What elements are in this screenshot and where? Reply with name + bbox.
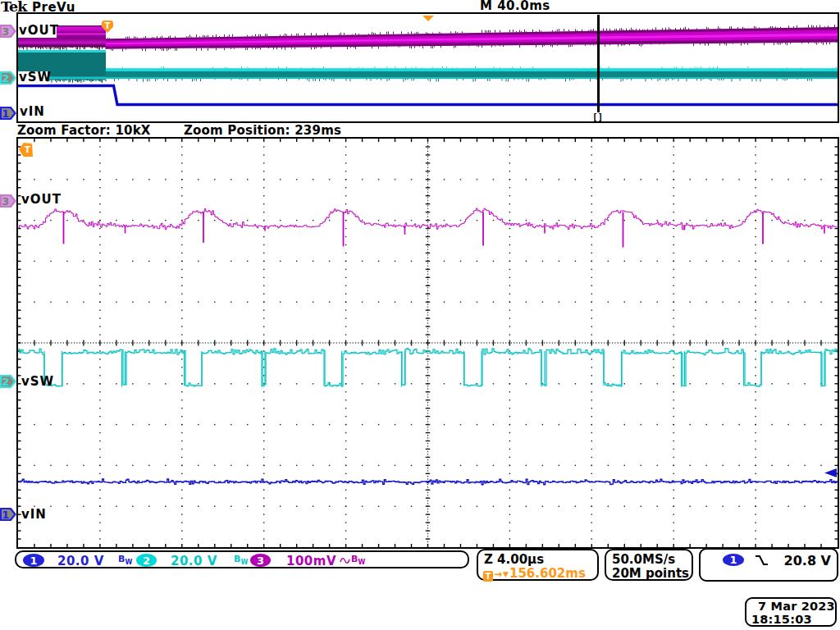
zoom-waveforms: [18, 139, 838, 547]
channel2-bandwidth-icon: BW: [234, 555, 248, 567]
channel3-bandwidth-icon: BW: [351, 555, 365, 567]
trigger-delay-readout: T→▼156.602ms: [483, 566, 586, 582]
channel2-number: 2: [0, 71, 11, 84]
channel2-badge[interactable]: 2: [136, 554, 157, 567]
acquisition-readout-box[interactable]: 50.0MS/s 20M points: [605, 549, 693, 581]
channel1-badge[interactable]: 1: [23, 554, 44, 567]
channel3-number: 3: [0, 25, 11, 38]
datetime-box: 7 Mar 2023 18:15:03: [745, 597, 837, 627]
channel1-number: 1: [30, 555, 37, 566]
main-timebase-readout: M 40.0ms: [480, 0, 550, 13]
channel1-number: 1: [0, 107, 11, 120]
oscilloscope-screen: Tek PreVu M 40.0ms vOUT vSW vIN T [] 3 2…: [0, 0, 840, 630]
triangle-down-icon: ▼: [503, 570, 509, 578]
overview-channel1-marker[interactable]: 1: [0, 107, 16, 120]
overview-label-vin: vIN: [19, 106, 47, 119]
channel3-scale-readout: 100mV: [286, 554, 336, 568]
trigger-delay-t-icon: T: [483, 571, 493, 582]
zoom-factor-readout: Zoom Factor: 10kX: [17, 123, 151, 138]
trigger-source-number: 1: [729, 555, 737, 565]
time-readout: 18:15:03: [751, 613, 812, 626]
overview-label-vout: vOUT: [18, 25, 57, 38]
sample-rate-readout: 50.0MS/s: [612, 552, 675, 567]
channel-readout-box[interactable]: 1 20.0 V BW 2 20.0 V BW 3 100mV BW: [15, 550, 469, 568]
trigger-slope-falling-icon: [755, 555, 769, 566]
zoom-label-vin: vIN: [21, 509, 48, 522]
overview-zoom-brackets[interactable]: []: [592, 112, 603, 122]
zoom-timebase-box[interactable]: Z 4.00µs T→▼156.602ms: [477, 549, 599, 581]
channel3-coupling-icon: [340, 556, 350, 565]
record-length-readout: 20M points: [612, 566, 689, 581]
zoom-label-vout: vOUT: [21, 194, 63, 207]
overview-channel3-marker[interactable]: 3: [0, 25, 16, 38]
zoom-label-vsw: vSW: [21, 376, 56, 389]
overview-channel2-marker[interactable]: 2: [0, 71, 16, 84]
trigger-level-readout: 20.8 V: [784, 553, 831, 568]
channel3-number: 3: [257, 555, 264, 566]
channel2-number: 2: [143, 555, 150, 566]
trigger-delay-time: 156.602ms: [509, 566, 586, 581]
channel1-scale-readout: 20.0 V: [57, 554, 104, 568]
zoom-channel3-position-marker[interactable]: 3: [0, 194, 16, 208]
zoom-channel2-position-marker[interactable]: 2: [0, 375, 16, 388]
overview-zoom-position-line[interactable]: [597, 15, 600, 112]
channel1-number: 1: [0, 508, 11, 521]
channel1-bandwidth-icon: BW: [118, 555, 132, 567]
zoom-timebase-readout: Z 4.00µs: [484, 552, 544, 567]
trigger-source-badge[interactable]: 1: [723, 554, 744, 566]
zoom-waveform-window: T vOUT vSW vIN: [16, 137, 839, 549]
channel2-scale-readout: 20.0 V: [171, 554, 217, 568]
overview-waveforms: [18, 14, 838, 121]
trigger-readout-box[interactable]: 1 20.8 V: [699, 548, 838, 582]
zoom-channel1-position-marker[interactable]: 1: [0, 508, 16, 521]
channel2-number: 2: [0, 375, 11, 388]
date-readout: 7 Mar 2023: [758, 600, 835, 613]
arrow-right-icon: →: [494, 568, 502, 580]
channel3-number: 3: [0, 194, 11, 208]
trigger-marker-letter: T: [25, 145, 30, 154]
channel3-badge[interactable]: 3: [250, 554, 271, 567]
overview-label-vsw: vSW: [18, 71, 48, 84]
trigger-marker-letter: T: [105, 21, 111, 30]
acquisition-overview-window: vOUT vSW vIN T []: [16, 12, 839, 123]
zoom-position-readout: Zoom Position: 239ms: [184, 123, 341, 138]
